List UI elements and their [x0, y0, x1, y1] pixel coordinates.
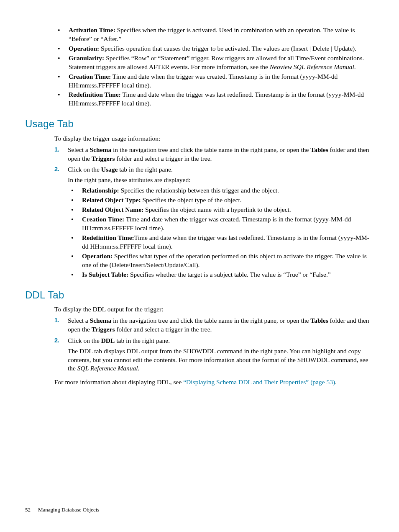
usage-step-1: Select a Schema in the navigation tree a…	[54, 146, 374, 163]
usage-step-2-body: In the right pane, these attributes are …	[68, 176, 374, 185]
usage-step-2: Click on the Usage tab in the right pane…	[54, 165, 374, 279]
document-page: Activation Time: Specifies when the trig…	[0, 0, 399, 532]
usage-tab-heading: Usage Tab	[25, 117, 374, 131]
bullet-item: Creation Time: Time and date when the tr…	[54, 72, 374, 90]
link-displaying-schema-ddl[interactable]: “Displaying Schema DDL and Their Propert…	[183, 378, 335, 386]
usage-intro: To display the trigger usage information…	[54, 134, 374, 143]
ddl-steps: Select a Schema in the navigation tree a…	[54, 316, 374, 373]
ddl-step-2: Click on the DDL tab in the right pane. …	[54, 337, 374, 373]
bullet-item: Activation Time: Specifies when the trig…	[54, 26, 374, 44]
bullet-item: Granularity: Specifies “Row” or “Stateme…	[54, 54, 374, 72]
bullet-item: Redefinition Time: Time and date when th…	[54, 90, 374, 108]
usage-steps: Select a Schema in the navigation tree a…	[54, 146, 374, 279]
ddl-step-2-body: The DDL tab displays DDL output from the…	[68, 347, 374, 373]
bullet-item: Relationship: Specifies the relationship…	[68, 186, 374, 195]
bullet-item: Is Subject Table: Specifies whether the …	[68, 270, 374, 279]
bullet-item: Related Object Type: Specifies the objec…	[68, 196, 374, 205]
step-text: Click on the Usage tab in the right pane…	[68, 166, 173, 173]
ddl-tab-heading: DDL Tab	[25, 288, 374, 302]
page-number: 52	[25, 506, 31, 514]
bullet-item: Operation: Specifies operation that caus…	[54, 44, 374, 53]
ddl-intro: To display the DDL output for the trigge…	[54, 305, 374, 314]
bullet-item: Operation: Specifies what types of the o…	[68, 252, 374, 270]
bullet-item: Creation Time: Time and date when the tr…	[68, 215, 374, 233]
step-text: Select a Schema in the navigation tree a…	[68, 317, 369, 333]
attributes-list-top: Activation Time: Specifies when the trig…	[54, 26, 374, 108]
step-text: Click on the DDL tab in the right pane.	[68, 337, 170, 344]
usage-attributes-list: Relationship: Specifies the relationship…	[68, 186, 374, 279]
step-text: Select a Schema in the navigation tree a…	[68, 146, 369, 162]
ddl-step-1: Select a Schema in the navigation tree a…	[54, 316, 374, 334]
bullet-item: Related Object Name: Specifies the objec…	[68, 206, 374, 214]
bullet-item: Redefinition Time:Time and date when the…	[68, 234, 374, 251]
page-footer: 52Managing Database Objects	[25, 506, 100, 514]
ddl-more-info: For more information about displaying DD…	[54, 378, 374, 387]
footer-title: Managing Database Objects	[38, 506, 100, 513]
